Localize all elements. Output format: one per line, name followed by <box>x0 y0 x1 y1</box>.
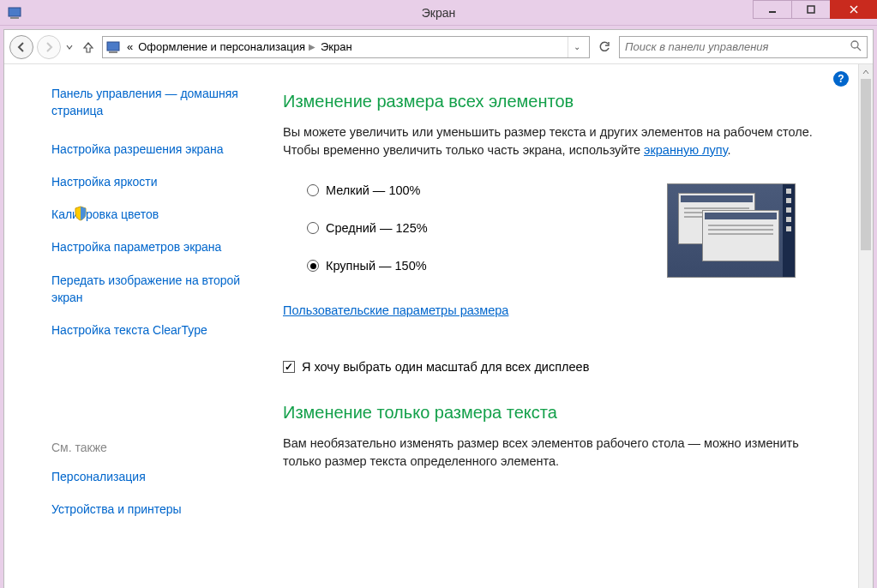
description-resize-all: Вы можете увеличить или уменьшить размер… <box>283 123 838 159</box>
search-icon <box>850 39 862 54</box>
radio-medium[interactable]: Средний — 125% <box>307 221 428 235</box>
radio-icon-selected <box>307 260 319 272</box>
heading-resize-all: Изменение размера всех элементов <box>283 92 838 111</box>
heading-text-size: Изменение только размера текста <box>283 403 838 423</box>
preview-image <box>667 183 796 278</box>
chevron-right-icon: ▶ <box>309 42 315 51</box>
breadcrumb-parent-label: Оформление и персонализация <box>138 40 305 53</box>
see-also-header: См. также <box>51 441 249 454</box>
system-icon[interactable] <box>7 4 24 21</box>
radio-medium-label: Средний — 125% <box>326 221 428 235</box>
magnifier-link[interactable]: экранную лупу <box>644 143 727 157</box>
single-scale-checkbox[interactable] <box>283 361 295 373</box>
sidebar-link-brightness[interactable]: Настройка яркости <box>51 173 249 190</box>
svg-line-9 <box>857 47 861 51</box>
sidebar-link-second-screen[interactable]: Передать изображение на второй экран <box>51 272 249 307</box>
radio-small[interactable]: Мелкий — 100% <box>307 183 428 197</box>
custom-sizing-link[interactable]: Пользовательские параметры размера <box>283 303 508 317</box>
control-panel-home-link[interactable]: Панель управления — домашняя страница <box>51 85 249 120</box>
svg-point-8 <box>851 41 858 48</box>
breadcrumb-ellipsis[interactable]: « <box>127 40 133 53</box>
shield-icon <box>73 206 88 221</box>
svg-rect-6 <box>107 42 119 51</box>
see-also-personalization[interactable]: Персонализация <box>51 468 249 485</box>
description-text-size: Вам необязательно изменять размер всех э… <box>283 435 838 471</box>
refresh-button[interactable] <box>593 36 616 58</box>
scroll-up-icon[interactable] <box>859 64 873 79</box>
address-bar[interactable]: « Оформление и персонализация ▶ Экран ⌄ <box>102 36 590 58</box>
svg-rect-1 <box>10 17 19 19</box>
radio-small-label: Мелкий — 100% <box>326 183 420 197</box>
sidebar-link-cleartype[interactable]: Настройка текста ClearType <box>51 321 249 339</box>
location-icon <box>106 39 122 55</box>
search-box[interactable] <box>619 36 868 58</box>
vertical-scrollbar[interactable] <box>858 64 873 588</box>
breadcrumb-parent[interactable]: Оформление и персонализация ▶ <box>138 40 315 53</box>
radio-large[interactable]: Крупный — 150% <box>307 259 428 273</box>
radio-icon <box>307 184 319 196</box>
history-dropdown[interactable] <box>64 42 75 52</box>
maximize-button[interactable] <box>791 0 831 19</box>
radio-icon <box>307 222 319 234</box>
svg-rect-0 <box>9 8 21 16</box>
breadcrumb-current[interactable]: Экран <box>321 40 352 53</box>
single-scale-label: Я хочу выбрать один масштаб для всех дис… <box>302 360 589 374</box>
help-icon[interactable]: ? <box>833 71 849 87</box>
desc-text-b: . <box>727 143 730 157</box>
address-dropdown[interactable]: ⌄ <box>568 37 586 57</box>
desc-text-a: Вы можете увеличить или уменьшить размер… <box>283 125 813 157</box>
close-button[interactable] <box>830 0 877 19</box>
sidebar-link-resolution[interactable]: Настройка разрешения экрана <box>51 141 249 158</box>
svg-rect-7 <box>109 51 117 53</box>
radio-large-label: Крупный — 150% <box>326 259 427 273</box>
forward-button[interactable] <box>37 35 61 59</box>
sidebar-link-display-params[interactable]: Настройка параметров экрана <box>51 238 249 255</box>
up-button[interactable] <box>78 37 99 57</box>
window-title: Экран <box>0 6 877 20</box>
scroll-thumb[interactable] <box>861 79 871 250</box>
back-button[interactable] <box>9 35 33 59</box>
search-input[interactable] <box>625 40 862 53</box>
svg-rect-3 <box>808 6 814 13</box>
see-also-devices[interactable]: Устройства и принтеры <box>51 501 249 518</box>
minimize-button[interactable] <box>753 0 792 19</box>
